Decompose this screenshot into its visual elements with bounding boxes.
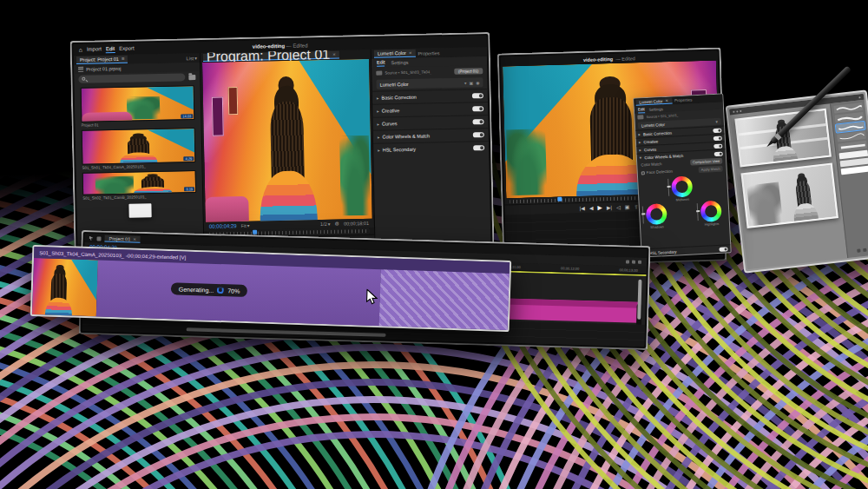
project-item[interactable]: 14;03 Project 01 <box>81 85 195 128</box>
project-file-label: Project 01.prproj <box>86 66 121 72</box>
tab-properties[interactable]: Properties <box>418 50 439 56</box>
toolbar-icon[interactable] <box>740 109 741 111</box>
close-icon[interactable]: × <box>133 236 136 241</box>
shadows-slider[interactable] <box>642 206 644 223</box>
preset-label: Lumetri Color <box>641 122 665 127</box>
search-input[interactable] <box>78 73 185 83</box>
section-hsl-secondary[interactable]: ▸ HSL Secondary <box>373 141 489 156</box>
tab-label: Project: Project 01 <box>80 56 119 63</box>
highlights-wheel[interactable] <box>700 201 722 222</box>
clip-name: Project 01 <box>81 122 98 127</box>
step-back-button[interactable]: ◀ <box>589 205 594 210</box>
tab-properties[interactable]: Properties <box>674 97 693 102</box>
view-mode-dropdown[interactable]: List ▾ <box>187 56 197 61</box>
snap-tool-icon[interactable] <box>96 236 101 241</box>
playback-resolution-dropdown[interactable]: 1/2 ▾ <box>320 221 331 227</box>
clip-thumbnail[interactable]: 14;03 <box>81 85 195 122</box>
bw-sketch-2 <box>773 165 832 223</box>
drag-ghost-card <box>128 203 151 218</box>
timeline-option-icon[interactable] <box>638 261 641 264</box>
tab-settings[interactable]: Settings <box>649 107 664 112</box>
go-to-in-button[interactable]: |◀ <box>580 205 585 210</box>
midtones-slider[interactable] <box>667 179 669 196</box>
storyboard-panel-2[interactable] <box>740 162 838 228</box>
menu-edit[interactable]: Edit <box>106 46 115 53</box>
section-toggle[interactable] <box>713 135 722 141</box>
target-clip-button[interactable]: (Project 01) <box>454 68 483 75</box>
tab-project[interactable]: Project: Project 01 ≡ <box>76 56 128 64</box>
section-label: Basic Correction <box>381 95 416 101</box>
section-toggle[interactable] <box>472 119 483 124</box>
step-forward-button[interactable]: ▶| <box>607 205 612 210</box>
chevron-down-icon: ▾ <box>464 80 467 85</box>
tab-edit[interactable]: Edit <box>638 107 645 113</box>
subject-woman <box>258 76 318 222</box>
shadows-wheel[interactable] <box>646 203 667 225</box>
chevron-right-icon: ▸ <box>639 140 641 144</box>
current-timecode[interactable]: 00;00;04;29 <box>209 223 237 229</box>
close-icon[interactable]: × <box>665 98 668 103</box>
tab-lumetri-color[interactable]: Lumetri Color × <box>374 50 416 58</box>
section-toggle[interactable] <box>472 93 483 98</box>
section-toggle[interactable] <box>713 143 722 149</box>
midtones-wheel[interactable] <box>671 175 693 197</box>
project-panel: Project: Project 01 ≡ List ▾ Project 01.… <box>74 53 205 253</box>
section-toggle[interactable] <box>719 247 727 252</box>
section-label: Creative <box>643 139 658 144</box>
program-monitor-video <box>202 59 372 222</box>
generating-label: Generating... <box>179 286 214 293</box>
panel-menu-icon[interactable]: ≡ <box>122 56 125 62</box>
tool-icon[interactable] <box>857 248 860 252</box>
highlights-slider[interactable] <box>697 203 699 221</box>
playhead-marker[interactable] <box>557 197 562 202</box>
window-title-suffix: — Edited <box>615 56 635 62</box>
menu-export[interactable]: Export <box>119 46 134 52</box>
clip-icon <box>637 115 643 119</box>
selection-tool-icon[interactable] <box>89 236 93 241</box>
export-frame-button[interactable]: ▣ <box>625 204 630 209</box>
chevron-right-icon: ▸ <box>639 148 641 152</box>
face-detection-checkbox[interactable] <box>641 171 645 175</box>
chevron-down-icon: ▾ <box>194 56 197 61</box>
wrench-settings-icon[interactable]: ⚙ <box>334 221 339 227</box>
section-toggle[interactable] <box>472 106 483 111</box>
toolbar-icon[interactable] <box>736 110 738 112</box>
menu-import[interactable]: Import <box>87 46 102 52</box>
clip-thumbnail[interactable]: 3;19 <box>82 170 197 195</box>
chevron-right-icon: ▸ <box>638 132 641 136</box>
preset-dropdown[interactable]: Lumetri Color ▾ ▣ ◉ <box>376 77 483 89</box>
close-icon[interactable]: × <box>332 52 336 57</box>
section-toggle[interactable] <box>714 151 723 156</box>
tab-settings[interactable]: Settings <box>391 60 408 65</box>
home-icon[interactable]: ⌂ <box>79 47 82 53</box>
toolbar-icon[interactable] <box>858 96 860 98</box>
horizontal-scrollbar[interactable] <box>187 327 386 336</box>
color-swatch[interactable] <box>841 166 868 175</box>
fx-ic[interactable]: ▣ <box>469 80 473 85</box>
go-to-out-button[interactable]: ◁ <box>616 204 621 209</box>
section-toggle[interactable] <box>473 145 484 150</box>
visibility-icon[interactable]: ◉ <box>476 80 479 85</box>
sweater <box>260 170 318 222</box>
section-toggle[interactable] <box>713 128 721 133</box>
timeline-option-icon[interactable] <box>632 261 635 264</box>
tab-edit[interactable]: Edit <box>377 59 385 66</box>
timeline-option-icon[interactable] <box>626 260 629 263</box>
storyboard-panel-1[interactable] <box>734 109 832 168</box>
premiere-window-main: ⌂ Import Edit Export video-editing — Edi… <box>69 32 494 256</box>
project-item[interactable]: 4;29 S01_Sh01_Tk04_CamA_20250103_ <box>82 128 196 170</box>
close-icon[interactable]: × <box>409 50 412 56</box>
plant <box>339 135 370 216</box>
zoom-level-dropdown[interactable]: Fit ▾ <box>241 223 250 228</box>
play-button[interactable]: ▶ <box>597 204 602 210</box>
project-item[interactable]: 3;19 S01_Sh02_Tk01_CamB_20250103_ <box>82 170 197 201</box>
playhead-marker[interactable] <box>253 230 257 235</box>
pen-tip <box>766 141 773 149</box>
tool-icon[interactable] <box>863 248 866 252</box>
new-bin-folder-icon[interactable] <box>188 75 195 80</box>
toolbar-icon[interactable] <box>733 110 734 112</box>
section-toggle[interactable] <box>473 132 484 137</box>
tab-sequence[interactable]: Project 01 × <box>104 235 140 243</box>
video-frame <box>202 59 372 222</box>
clip-thumbnail[interactable]: 4;29 <box>82 128 196 165</box>
